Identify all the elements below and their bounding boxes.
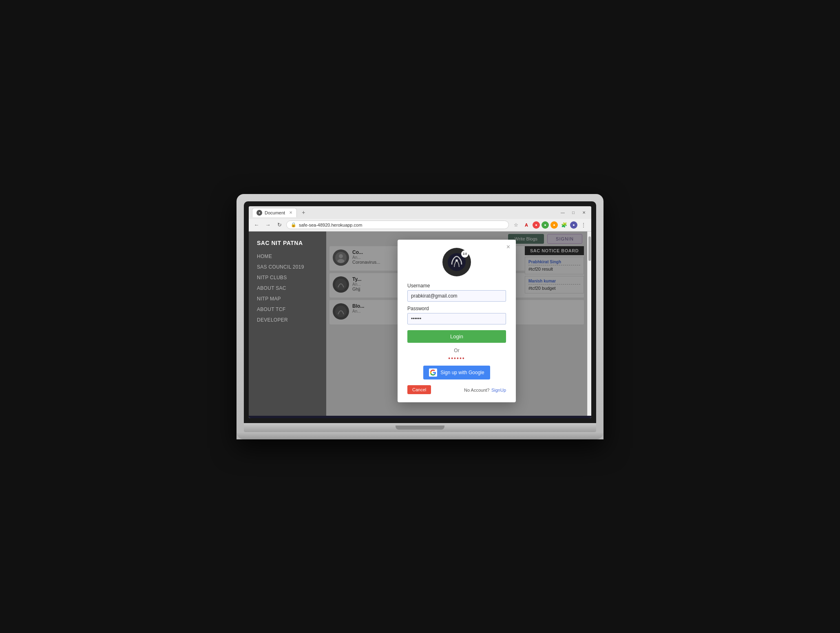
forward-button[interactable]: → [263,221,272,229]
google-btn-container: Sign up with Google [407,366,506,379]
scroll-thumb[interactable] [588,236,591,261]
task-view-icon[interactable]: ⊞ [325,417,334,418]
google-signup-button[interactable]: Sign up with Google [423,366,490,379]
browser-toolbar: ← → ↻ 🔒 safe-sea-48920.herokuapp.com ☆ A… [249,219,591,231]
username-group: Username [407,283,506,302]
login-modal: × 2.0 [398,240,516,402]
no-account-text: No Account? [464,388,489,393]
sidebar-item-home[interactable]: HOME [249,251,326,262]
scrollbar[interactable] [587,232,591,416]
username-label: Username [407,283,506,289]
time-display: 23:11 29-07-2020 [559,417,577,418]
lock-icon: 🔒 [291,222,296,227]
google-btn-label: Sign up with Google [440,370,484,375]
laptop-hinge [396,426,444,430]
or-text: Or [407,348,506,353]
profile-2-icon[interactable]: ● [542,221,549,229]
profile-1-icon[interactable]: ● [533,221,540,229]
password-label: Password [407,306,506,311]
browser-tab[interactable]: ● Document ✕ [252,208,297,217]
taskbar-icons: ⊞ 📁 ● ■ ◉ ▣ ⬡ ⬢ 🔷 [325,417,426,418]
profile-3-icon[interactable]: ● [550,221,558,229]
close-button[interactable]: ✕ [580,208,588,216]
page-content: SAC NIT PATNA HOME SAS COUNCIL 2019 NITP… [249,232,591,416]
modal-close-button[interactable]: × [506,244,510,250]
sidebar-item-developer[interactable]: DEVELOPER [249,315,326,325]
vscode-icon[interactable]: 🔷 [416,417,426,418]
new-tab-button[interactable]: + [298,208,308,216]
app-4-icon[interactable]: ⬡ [393,417,403,418]
tab-close-icon[interactable]: ✕ [289,210,292,215]
sidebar-item-nitp-map[interactable]: NITP MAP [249,293,326,304]
bookmark-icon[interactable]: ☆ [511,221,520,229]
sidebar-item-about-sac[interactable]: ABOUT SAC [249,283,326,293]
login-button[interactable]: Login [407,330,506,343]
google-logo-icon [429,368,437,377]
tab-favicon: ● [256,210,262,216]
url-text: safe-sea-48920.herokuapp.com [299,223,362,227]
account-icon[interactable]: ● [570,221,577,229]
minimize-button[interactable]: — [559,208,567,216]
or-dots: •••••• [407,355,506,362]
browser-titlebar: ● Document ✕ + — □ ✕ [249,206,591,219]
modal-overlay: × 2.0 [326,232,587,416]
password-input[interactable] [407,313,506,324]
laptop-base [244,423,596,432]
tab-label: Document [265,210,285,215]
app-1-icon[interactable]: ● [347,417,357,418]
app-3-icon[interactable]: ▣ [382,417,391,418]
signup-link[interactable]: SignUp [491,388,506,393]
extension-icon[interactable]: 🧩 [559,221,568,229]
sidebar-item-nitp-clubs[interactable]: NITP CLUBS [249,272,326,283]
modal-footer: Cancel No Account? SignUp [407,385,506,394]
sidebar-item-sas-council[interactable]: SAS COUNCIL 2019 [249,262,326,272]
file-explorer-icon[interactable]: 📁 [336,417,346,418]
taskbar: 🔍 Type here to search ⊞ 📁 ● ■ ◉ ▣ ⬡ ⬢ 🔷 [249,416,591,418]
sidebar-title: SAC NIT PATNA [249,236,326,251]
sidebar-item-about-tcf[interactable]: ABOUT TCF [249,304,326,315]
taskbar-right: ? ∧ 🔋 📶 🔊 ENG 23:11 29-07-2020 28 [517,417,589,418]
modal-logo: 2.0 [407,248,506,276]
maximize-button[interactable]: □ [569,208,577,216]
logo-circle: 2.0 [442,248,471,276]
svg-point-6 [455,259,458,262]
chrome-icon[interactable]: ◉ [370,417,380,418]
refresh-button[interactable]: ↻ [275,221,284,229]
menu-icon[interactable]: ⋮ [579,221,588,229]
window-controls: — □ ✕ [559,208,588,216]
address-bar[interactable]: 🔒 safe-sea-48920.herokuapp.com [286,221,509,229]
app-5-icon[interactable]: ⬢ [405,417,414,418]
logo-badge: 2.0 [461,250,469,258]
main-area: Write Blogs SIGNIN [326,232,587,416]
app-2-icon[interactable]: ■ [359,417,369,418]
back-button[interactable]: ← [252,221,261,229]
browser-actions: ☆ A ● ● ● 🧩 ● ⋮ [511,221,588,229]
password-group: Password [407,306,506,324]
no-account-section: No Account? SignUp [464,386,506,393]
sidebar: SAC NIT PATNA HOME SAS COUNCIL 2019 NITP… [249,232,326,416]
cancel-button[interactable]: Cancel [407,385,431,394]
laptop-bottom [237,432,603,439]
time-value: 23:11 [559,417,577,418]
username-input[interactable] [407,290,506,302]
pdf-icon[interactable]: A [522,221,531,229]
